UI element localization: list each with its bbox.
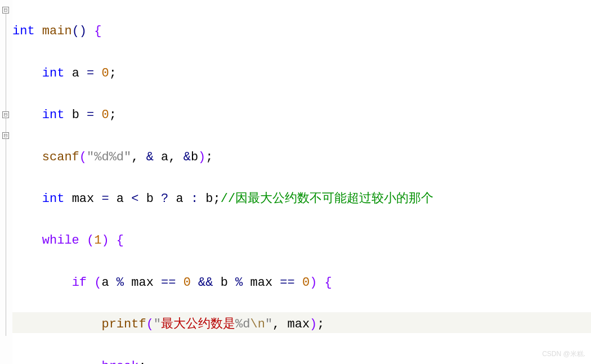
code-line: int a = 0; bbox=[12, 63, 591, 84]
fold-marker-icon[interactable]: ⊟ bbox=[2, 132, 9, 139]
code-content: int main() { int a = 0; int b = 0; scanf… bbox=[12, 0, 591, 364]
code-line: if (a % max == 0 && b % max == 0) { bbox=[12, 272, 591, 293]
code-line: break; bbox=[12, 356, 591, 364]
fold-marker-icon[interactable]: ⊟ bbox=[2, 7, 9, 14]
code-line: int max = a < b ? a : b;//因最大公约数不可能超过较小的… bbox=[12, 188, 591, 209]
fold-gutter: ⊟ ⊟ ⊟ bbox=[0, 0, 12, 364]
code-line: while (1) { bbox=[12, 230, 591, 251]
code-line: int b = 0; bbox=[12, 105, 591, 125]
code-line: scanf("%d%d", & a, &b); bbox=[12, 147, 591, 168]
fold-marker-icon[interactable]: ⊟ bbox=[2, 111, 9, 118]
code-line: int main() { bbox=[12, 21, 591, 42]
watermark-text: CSDN @米糕. bbox=[542, 348, 585, 359]
code-line: printf("最大公约数是%d\n", max); bbox=[12, 314, 591, 335]
